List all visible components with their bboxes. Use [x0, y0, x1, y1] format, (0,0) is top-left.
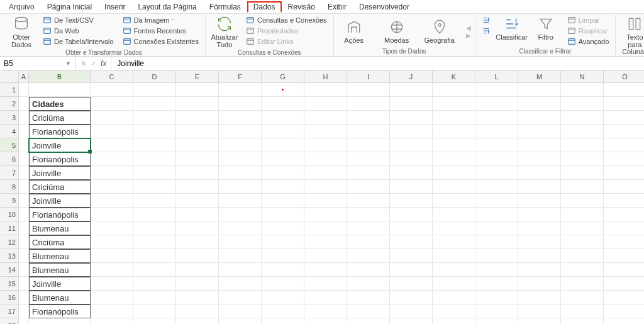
filtro-button[interactable]: Filtro	[531, 15, 561, 42]
cell[interactable]	[604, 97, 644, 111]
cell[interactable]	[604, 152, 644, 166]
cell[interactable]	[561, 138, 604, 152]
row-header-16[interactable]: 16	[0, 291, 19, 304]
cell[interactable]	[390, 138, 433, 152]
row-header-10[interactable]: 10	[0, 208, 19, 221]
cell[interactable]	[604, 125, 644, 138]
cell[interactable]	[176, 194, 219, 208]
cell[interactable]	[347, 180, 390, 194]
cell[interactable]	[304, 180, 347, 194]
row-header-1[interactable]: 1	[0, 83, 19, 97]
cell[interactable]	[561, 194, 604, 208]
cell[interactable]	[133, 111, 176, 125]
cell[interactable]	[518, 249, 561, 263]
fontes-recentes-button[interactable]: Fontes Recentes	[120, 26, 201, 36]
cell[interactable]	[518, 304, 561, 318]
cell[interactable]	[475, 166, 518, 180]
menu-tab-exibir[interactable]: Exibir	[321, 1, 353, 13]
cell[interactable]	[91, 97, 133, 111]
cell[interactable]	[19, 208, 29, 221]
cell[interactable]	[262, 208, 304, 221]
cell[interactable]: Florianópolis	[29, 152, 91, 166]
cell[interactable]	[347, 83, 390, 97]
cell[interactable]	[304, 194, 347, 208]
cell[interactable]	[475, 180, 518, 194]
cell[interactable]	[262, 249, 304, 263]
cell[interactable]	[19, 249, 29, 263]
cell[interactable]	[390, 277, 433, 291]
cell[interactable]	[390, 180, 433, 194]
cell[interactable]	[604, 83, 644, 97]
cell[interactable]	[176, 125, 219, 138]
menu-tab-layout-da-página[interactable]: Layout da Página	[131, 1, 203, 13]
cell[interactable]	[518, 263, 561, 277]
cell[interactable]	[518, 180, 561, 194]
row-header-15[interactable]: 15	[0, 277, 19, 291]
cell[interactable]	[19, 235, 29, 249]
propriedades-button[interactable]: Propriedades	[243, 26, 330, 36]
cell[interactable]	[390, 235, 433, 249]
cell[interactable]	[518, 111, 561, 125]
cell[interactable]	[91, 111, 133, 125]
cell[interactable]	[262, 111, 304, 125]
cell[interactable]	[219, 111, 262, 125]
conex-es-existentes-button[interactable]: Conexões Existentes	[120, 36, 201, 47]
cell[interactable]	[133, 318, 176, 324]
texto-para-colunas-button[interactable]: Texto para Colunas	[619, 15, 644, 56]
cell[interactable]	[19, 166, 29, 180]
cell[interactable]	[475, 221, 518, 235]
cell[interactable]	[176, 277, 219, 291]
cell[interactable]	[133, 180, 176, 194]
cell[interactable]	[262, 125, 304, 138]
cell[interactable]	[91, 83, 133, 97]
cell[interactable]	[19, 318, 29, 324]
cell[interactable]	[518, 208, 561, 221]
cell[interactable]: •	[262, 83, 304, 97]
cell[interactable]	[176, 291, 219, 304]
cell[interactable]	[19, 304, 29, 318]
cell[interactable]	[518, 83, 561, 97]
cell[interactable]	[262, 318, 304, 324]
cell[interactable]	[176, 111, 219, 125]
cell[interactable]	[390, 125, 433, 138]
cell[interactable]: Joinville	[29, 138, 91, 152]
cell[interactable]	[304, 83, 347, 97]
cell[interactable]	[390, 166, 433, 180]
cell[interactable]	[347, 304, 390, 318]
cell[interactable]	[219, 83, 262, 97]
name-box[interactable]: ▼	[0, 57, 75, 70]
cell[interactable]	[347, 291, 390, 304]
cell[interactable]	[475, 249, 518, 263]
cell[interactable]	[262, 152, 304, 166]
ações-button[interactable]: Ações	[338, 18, 370, 45]
cell[interactable]	[561, 318, 604, 324]
da-imagem-button[interactable]: Da Imagem ˅	[120, 15, 201, 25]
cell[interactable]	[19, 263, 29, 277]
cell[interactable]	[219, 194, 262, 208]
row-header-5[interactable]: 5	[0, 138, 19, 152]
cell[interactable]	[219, 180, 262, 194]
cell[interactable]	[475, 111, 518, 125]
cell[interactable]	[29, 83, 91, 97]
cell[interactable]	[390, 263, 433, 277]
cell[interactable]	[304, 152, 347, 166]
cell[interactable]	[91, 291, 133, 304]
cell[interactable]	[304, 235, 347, 249]
cell[interactable]: Blumenau	[29, 263, 91, 277]
row-header-7[interactable]: 7	[0, 166, 19, 180]
cell[interactable]	[475, 318, 518, 324]
select-all-corner[interactable]	[0, 70, 19, 83]
cell[interactable]	[390, 249, 433, 263]
col-header-D[interactable]: D	[133, 70, 176, 83]
cell[interactable]: Criciúma	[29, 111, 91, 125]
cell[interactable]	[433, 291, 475, 304]
de-text-csv-button[interactable]: De Text/CSV	[40, 15, 116, 25]
cell[interactable]	[262, 291, 304, 304]
cell[interactable]	[518, 125, 561, 138]
cell[interactable]	[604, 263, 644, 277]
cell[interactable]	[133, 166, 176, 180]
cell[interactable]	[433, 83, 475, 97]
cell[interactable]	[475, 194, 518, 208]
cell[interactable]	[304, 125, 347, 138]
cell[interactable]	[91, 221, 133, 235]
